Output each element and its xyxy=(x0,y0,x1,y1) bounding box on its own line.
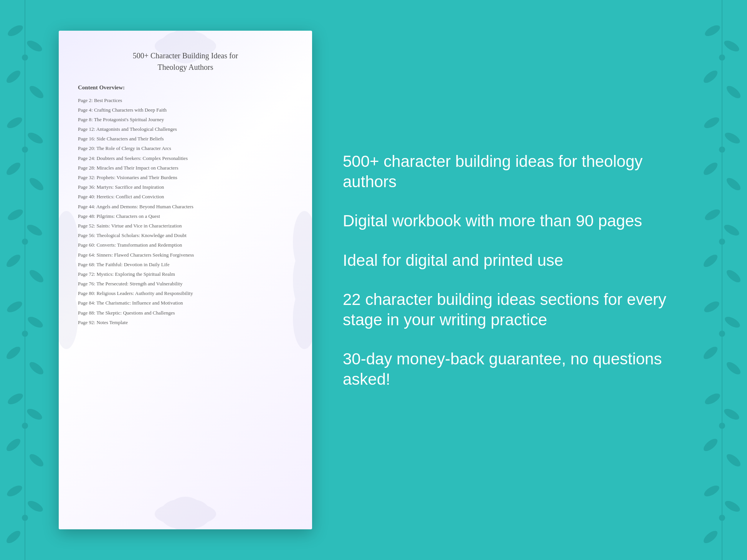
svg-point-17 xyxy=(6,391,25,406)
toc-item: Page 24: Doubters and Seekers: Complex P… xyxy=(78,153,293,163)
svg-point-38 xyxy=(725,176,743,193)
toc-item: Page 36: Martyrs: Sacrifice and Inspirat… xyxy=(78,183,293,192)
toc-item: Page 72: Mystics: Exploring the Spiritua… xyxy=(78,269,293,279)
toc-item: Page 60: Converts: Transformation and Re… xyxy=(78,240,293,250)
svg-point-5 xyxy=(5,115,24,130)
svg-point-34 xyxy=(725,84,743,100)
toc-item: Page 68: The Faithful: Devotion in Daily… xyxy=(78,260,293,269)
svg-point-59 xyxy=(719,515,725,521)
toc-item: Page 8: The Protagonist's Spiritual Jour… xyxy=(78,115,293,124)
toc-item: Page 76: The Persecuted: Strength and Vu… xyxy=(78,279,293,289)
svg-point-54 xyxy=(719,54,725,61)
feature-2: Digital workbook with more than 90 pages xyxy=(343,211,688,231)
feature-5: 30-day money-back guarantee, no question… xyxy=(343,349,688,389)
svg-point-36 xyxy=(723,130,742,145)
svg-point-23 xyxy=(5,529,23,545)
svg-point-26 xyxy=(22,239,28,245)
document-title: 500+ Character Building Ideas for Theolo… xyxy=(78,50,293,73)
svg-point-24 xyxy=(22,54,28,61)
table-of-contents: Page 2: Best PracticesPage 4: Crafting C… xyxy=(78,96,293,328)
svg-point-28 xyxy=(22,423,28,429)
toc-item: Page 80: Religious Leaders: Authority an… xyxy=(78,289,293,298)
feature-4: 22 character building ideas sections for… xyxy=(343,290,688,330)
document-inner: 500+ Character Building Ideas for Theolo… xyxy=(78,50,293,328)
toc-item: Page 56: Theological Scholars: Knowledge… xyxy=(78,231,293,240)
svg-point-46 xyxy=(725,360,743,377)
svg-point-3 xyxy=(5,68,23,85)
svg-point-9 xyxy=(6,207,25,222)
svg-point-52 xyxy=(723,499,742,514)
svg-point-32 xyxy=(722,38,741,53)
toc-item: Page 88: The Skeptic: Questions and Chal… xyxy=(78,308,293,318)
toc-item: Page 52: Saints: Virtue and Vice in Char… xyxy=(78,221,293,231)
toc-item: Page 16: Side Characters and Their Belie… xyxy=(78,134,293,144)
document-preview: 500+ Character Building Ideas for Theolo… xyxy=(59,31,312,529)
content-overview-label: Content Overview: xyxy=(78,84,293,91)
feature-text: 500+ character building ideas for theolo… xyxy=(343,152,688,192)
svg-point-44 xyxy=(723,315,742,329)
svg-point-55 xyxy=(719,147,725,153)
toc-item: Page 48: Pilgrims: Characters on a Quest xyxy=(78,211,293,221)
features-panel: 500+ character building ideas for theolo… xyxy=(335,152,688,408)
svg-point-13 xyxy=(5,299,24,314)
feature-3: Ideal for digital and printed use xyxy=(343,250,688,271)
toc-item: Page 84: The Charismatic: Influence and … xyxy=(78,298,293,308)
feature-text: 30-day money-back guarantee, no question… xyxy=(343,349,688,389)
toc-item: Page 4: Crafting Characters with Deep Fa… xyxy=(78,105,293,115)
svg-point-40 xyxy=(722,222,741,237)
feature-text: Ideal for digital and printed use xyxy=(343,250,688,271)
svg-point-42 xyxy=(725,268,743,285)
toc-item: Page 32: Prophets: Visionaries and Their… xyxy=(78,173,293,183)
svg-point-69 xyxy=(178,506,193,522)
content-wrapper: 500+ Character Building Ideas for Theolo… xyxy=(28,15,719,545)
doc-watermark-bottom xyxy=(147,495,224,529)
toc-item: Page 2: Best Practices xyxy=(78,96,293,105)
svg-point-57 xyxy=(719,331,725,337)
svg-point-56 xyxy=(719,239,725,245)
svg-point-19 xyxy=(5,436,23,453)
svg-point-48 xyxy=(722,407,741,422)
svg-point-27 xyxy=(22,331,28,337)
svg-point-15 xyxy=(5,344,23,361)
toc-item: Page 28: Miracles and Their Impact on Ch… xyxy=(78,163,293,173)
toc-item: Page 20: The Role of Clergy in Character… xyxy=(78,144,293,153)
svg-point-7 xyxy=(5,160,23,177)
svg-point-58 xyxy=(719,423,725,429)
svg-point-50 xyxy=(725,452,743,469)
feature-text: Digital workbook with more than 90 pages xyxy=(343,211,688,231)
svg-point-11 xyxy=(5,252,23,269)
svg-point-25 xyxy=(22,147,28,153)
toc-item: Page 92: Notes Template xyxy=(78,318,293,327)
svg-point-29 xyxy=(22,515,28,521)
toc-item: Page 44: Angels and Demons: Beyond Human… xyxy=(78,202,293,211)
feature-text: 22 character building ideas sections for… xyxy=(343,290,688,330)
toc-item: Page 64: Sinners: Flawed Characters Seek… xyxy=(78,250,293,260)
toc-item: Page 40: Heretics: Conflict and Convicti… xyxy=(78,192,293,202)
svg-point-21 xyxy=(5,483,24,498)
feature-1: 500+ character building ideas for theolo… xyxy=(343,152,688,192)
svg-point-1 xyxy=(6,23,25,38)
toc-item: Page 12: Antagonists and Theological Cha… xyxy=(78,125,293,134)
